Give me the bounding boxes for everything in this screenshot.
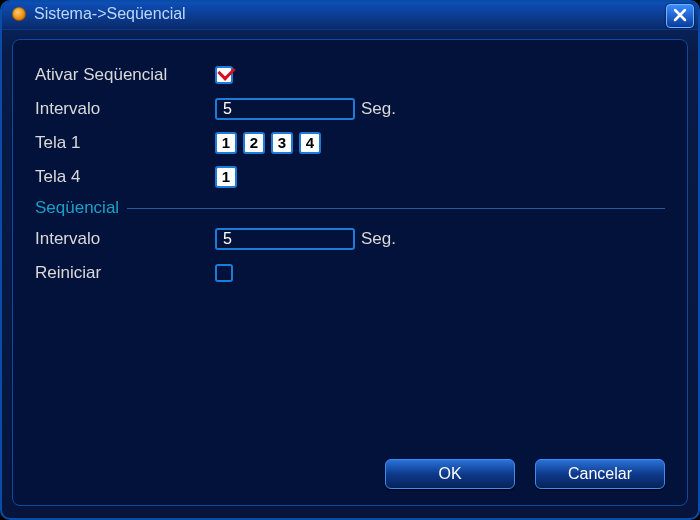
cancel-button[interactable]: Cancelar: [535, 459, 665, 489]
unit-seg-1: Seg.: [361, 99, 396, 119]
titlebar: Sistema->Seqüencial: [2, 2, 698, 30]
dialog-window: Sistema->Seqüencial Ativar Seqüencial In…: [0, 0, 700, 520]
input-intervalo-2[interactable]: [215, 228, 355, 250]
tela1-chan-2[interactable]: 2: [243, 132, 265, 154]
tela1-buttons: 1234: [215, 132, 321, 154]
close-icon: [673, 8, 687, 22]
section-label: Seqüencial: [35, 198, 119, 218]
label-tela4: Tela 4: [35, 167, 215, 187]
label-ativar: Ativar Seqüencial: [35, 65, 215, 85]
checkbox-reiniciar[interactable]: [215, 264, 233, 282]
label-tela1: Tela 1: [35, 133, 215, 153]
label-intervalo-1: Intervalo: [35, 99, 215, 119]
tela4-chan-1[interactable]: 1: [215, 166, 237, 188]
ok-button[interactable]: OK: [385, 459, 515, 489]
tela1-chan-4[interactable]: 4: [299, 132, 321, 154]
section-sequencial: Seqüencial: [35, 198, 665, 218]
title: Sistema->Seqüencial: [2, 2, 698, 26]
tela4-buttons: 1: [215, 166, 237, 188]
checkbox-ativar[interactable]: [215, 66, 233, 84]
tela1-chan-3[interactable]: 3: [271, 132, 293, 154]
input-intervalo-1[interactable]: [215, 98, 355, 120]
unit-seg-2: Seg.: [361, 229, 396, 249]
content-panel: Ativar Seqüencial Intervalo Seg. Tela 1 …: [12, 39, 688, 506]
footer-buttons: OK Cancelar: [385, 459, 665, 489]
label-intervalo-2: Intervalo: [35, 229, 215, 249]
section-divider: [127, 208, 665, 209]
app-icon: [12, 7, 26, 21]
label-reiniciar: Reiniciar: [35, 263, 215, 283]
close-button[interactable]: [666, 4, 694, 28]
tela1-chan-1[interactable]: 1: [215, 132, 237, 154]
title-text: Sistema->Seqüencial: [34, 5, 186, 23]
